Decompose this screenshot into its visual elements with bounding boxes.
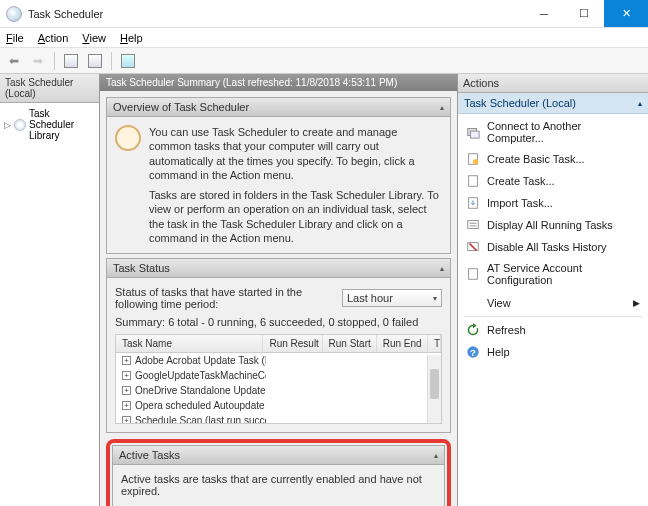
action-icon [466, 240, 480, 254]
action-icon [466, 174, 480, 188]
period-dropdown[interactable]: Last hour [342, 289, 442, 307]
actions-subheader[interactable]: Task Scheduler (Local)▴ [458, 93, 648, 114]
svg-text:?: ? [470, 347, 476, 358]
svg-rect-1 [470, 131, 479, 138]
action-item[interactable]: Connect to Another Computer... [458, 116, 648, 148]
table-row[interactable]: +Schedule Scan (last run succee... [116, 413, 441, 424]
tree-library[interactable]: ▷ Task Scheduler Library [2, 107, 97, 142]
library-icon [14, 119, 26, 131]
action-item[interactable]: Disable All Tasks History [458, 236, 648, 258]
action-icon [466, 218, 480, 232]
title-bar: Task Scheduler ─ ☐ ✕ [0, 0, 648, 28]
menu-action[interactable]: Action [38, 32, 69, 44]
svg-rect-6 [468, 221, 479, 229]
menu-file[interactable]: File [6, 32, 24, 44]
table-row[interactable]: +Adobe Acrobat Update Task (la... [116, 353, 441, 368]
svg-point-3 [473, 159, 478, 164]
overview-p1: You can use Task Scheduler to create and… [149, 125, 442, 182]
actions-header: Actions [458, 74, 648, 93]
expand-icon[interactable]: ▷ [4, 120, 11, 130]
clock-icon [115, 125, 141, 151]
status-scrollbar[interactable] [427, 355, 441, 423]
status-summary: Summary: 6 total - 0 running, 6 succeede… [115, 316, 442, 328]
menu-help[interactable]: Help [120, 32, 143, 44]
highlighted-section: Active Tasks▴ Active tasks are tasks tha… [106, 439, 451, 506]
action-item[interactable]: AT Service Account Configuration [458, 258, 648, 290]
svg-rect-8 [469, 269, 478, 280]
action-icon [466, 152, 480, 166]
center-pane: Task Scheduler Summary (Last refreshed: … [100, 74, 458, 506]
refresh-icon [466, 323, 480, 337]
action-icon [466, 267, 480, 281]
svg-rect-4 [469, 176, 478, 187]
action-icon [466, 125, 480, 139]
close-button[interactable]: ✕ [604, 0, 648, 27]
back-button[interactable]: ⬅ [4, 51, 24, 71]
view-icon [466, 296, 480, 310]
action-view[interactable]: View▶ [458, 292, 648, 314]
action-item[interactable]: Create Task... [458, 170, 648, 192]
table-row[interactable]: +OneDrive Standalone Update Ta... [116, 383, 441, 398]
help-icon: ? [466, 345, 480, 359]
action-icon [466, 196, 480, 210]
action-item[interactable]: Display All Running Tasks [458, 214, 648, 236]
status-section: Task Status▴ Status of tasks that have s… [106, 258, 451, 433]
tool-icon-1[interactable] [61, 51, 81, 71]
actions-pane: Actions Task Scheduler (Local)▴ Connect … [458, 74, 648, 506]
app-icon [6, 6, 22, 22]
action-item[interactable]: Import Task... [458, 192, 648, 214]
overview-header[interactable]: Overview of Task Scheduler▴ [106, 97, 451, 117]
status-table: Task Name Run Result Run Start Run End T… [115, 334, 442, 424]
tool-icon-2[interactable] [85, 51, 105, 71]
tree-pane: Task Scheduler (Local) ▷ Task Scheduler … [0, 74, 100, 506]
action-help[interactable]: ? Help [458, 341, 648, 363]
menu-bar: File Action View Help [0, 28, 648, 48]
tree-root-label[interactable]: Task Scheduler (Local) [0, 74, 99, 103]
help-tool-button[interactable] [118, 51, 138, 71]
table-row[interactable]: +Opera scheduled Autoupdate 1... [116, 398, 441, 413]
tree-lib-label: Task Scheduler Library [29, 108, 95, 141]
action-refresh[interactable]: Refresh [458, 319, 648, 341]
forward-button[interactable]: ➡ [28, 51, 48, 71]
active-tasks-header[interactable]: Active Tasks▴ [112, 445, 445, 465]
table-row[interactable]: +GoogleUpdateTaskMachineCor... [116, 368, 441, 383]
maximize-button[interactable]: ☐ [564, 0, 604, 27]
status-header[interactable]: Task Status▴ [106, 258, 451, 278]
toolbar: ⬅ ➡ [0, 48, 648, 74]
window-title: Task Scheduler [28, 8, 524, 20]
active-desc: Active tasks are tasks that are currentl… [121, 473, 436, 497]
action-item[interactable]: Create Basic Task... [458, 148, 648, 170]
minimize-button[interactable]: ─ [524, 0, 564, 27]
summary-header: Task Scheduler Summary (Last refreshed: … [100, 74, 457, 91]
overview-section: Overview of Task Scheduler▴ You can use … [106, 97, 451, 254]
menu-view[interactable]: View [82, 32, 106, 44]
overview-p2: Tasks are stored in folders in the Task … [149, 188, 442, 245]
status-label: Status of tasks that have started in the… [115, 286, 336, 310]
